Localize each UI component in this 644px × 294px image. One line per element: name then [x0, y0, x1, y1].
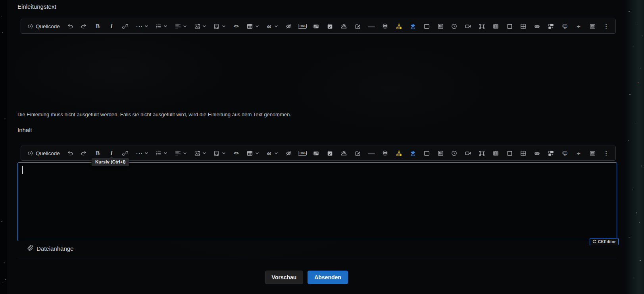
event-button[interactable]: [326, 20, 334, 32]
frame-button[interactable]: [506, 147, 513, 159]
mask-icon: [534, 150, 541, 157]
bulleted-list-icon: [155, 23, 162, 30]
redo-button[interactable]: [80, 20, 88, 32]
kebab-icon: ⋮: [603, 23, 610, 30]
mask-button[interactable]: [533, 20, 541, 32]
template-dropdown[interactable]: [213, 20, 226, 32]
template-dropdown[interactable]: [213, 147, 226, 159]
intro-editor-toolbar: QuellcodeBI⋯<>“HTML—©÷⋮: [21, 19, 616, 34]
insert-image-dropdown[interactable]: [193, 147, 207, 159]
preview-button[interactable]: Vorschau: [265, 271, 303, 284]
overflow-menu-button[interactable]: ⋮: [602, 20, 610, 32]
clock-button[interactable]: [450, 147, 458, 159]
mask-button[interactable]: [533, 147, 541, 159]
users-button[interactable]: [340, 147, 348, 159]
sitemap-icon: [396, 23, 403, 30]
database-button[interactable]: [381, 20, 389, 32]
media-grid-button[interactable]: [547, 20, 555, 32]
vector-nodes-button[interactable]: [478, 20, 486, 32]
divider-button[interactable]: ÷: [575, 20, 582, 32]
undo-button[interactable]: [66, 147, 74, 159]
horizontal-line-button[interactable]: —: [367, 20, 375, 32]
chevron-down-icon: [144, 151, 148, 155]
content-editor-area[interactable]: [17, 162, 617, 241]
insert-image-dropdown[interactable]: [193, 20, 207, 32]
blockquote-dropdown[interactable]: “: [265, 20, 279, 32]
video-button[interactable]: [464, 147, 472, 159]
frame-icon: [506, 150, 513, 157]
clock-button[interactable]: [450, 20, 458, 32]
calendar-check-icon: [327, 23, 334, 30]
html-embed-button[interactable]: HTML: [298, 20, 306, 32]
attachments-toggle[interactable]: Dateianhänge: [26, 244, 73, 252]
users-button[interactable]: [340, 20, 348, 32]
table-icon: [246, 150, 254, 157]
sitemap-button[interactable]: [395, 147, 403, 159]
media-image-button[interactable]: [588, 20, 596, 32]
frame-button[interactable]: [506, 20, 513, 32]
divider-button[interactable]: ÷: [575, 147, 582, 159]
text-caret: [22, 166, 23, 174]
overflow-menu-button[interactable]: ⋮: [602, 147, 610, 159]
compose-button[interactable]: [354, 147, 361, 159]
list-dropdown[interactable]: [154, 20, 168, 32]
columns-icon: [492, 23, 499, 30]
redo-button[interactable]: [80, 147, 88, 159]
media-grid-button[interactable]: [547, 147, 555, 159]
table-dropdown[interactable]: [246, 147, 260, 159]
alignment-dropdown[interactable]: [174, 20, 187, 32]
inline-code-button[interactable]: <>: [232, 147, 240, 159]
html-embed-button[interactable]: HTML: [298, 147, 306, 159]
hidden-text-button[interactable]: [285, 20, 292, 32]
table-dropdown[interactable]: [246, 20, 260, 32]
article-button[interactable]: [436, 147, 444, 159]
source-code-button[interactable]: Quellcode: [26, 20, 60, 32]
inline-code-button[interactable]: <>: [232, 20, 240, 32]
more-formatting-dropdown[interactable]: ⋯: [135, 147, 149, 159]
columns-button[interactable]: [492, 147, 500, 159]
image-box-button[interactable]: [423, 20, 431, 32]
bold-button[interactable]: B: [94, 20, 102, 32]
bold-button[interactable]: B: [94, 147, 102, 159]
blockquote-dropdown[interactable]: “: [265, 147, 279, 159]
compose-button[interactable]: [354, 20, 361, 32]
bold-icon: B: [94, 23, 101, 30]
copyright-button[interactable]: ©: [561, 147, 569, 159]
list-dropdown[interactable]: [154, 147, 168, 159]
image-box-icon: [423, 23, 430, 30]
alignment-dropdown[interactable]: [174, 147, 187, 159]
source-code-button[interactable]: Quellcode: [26, 147, 60, 159]
grid-button[interactable]: [519, 147, 527, 159]
horizontal-line-button[interactable]: —: [367, 147, 375, 159]
italic-tooltip: Kursiv (Ctrl+I): [92, 158, 129, 166]
contact-card-button[interactable]: [312, 147, 320, 159]
italic-button[interactable]: I: [108, 20, 115, 32]
video-button[interactable]: [464, 20, 472, 32]
more-formatting-dropdown[interactable]: ⋯: [135, 20, 149, 32]
media-image-button[interactable]: [588, 147, 596, 159]
event-button[interactable]: [326, 147, 334, 159]
undo-button[interactable]: [66, 20, 74, 32]
intro-help-text: Die Einleitung muss nicht ausgefüllt wer…: [17, 111, 291, 117]
vector-nodes-button[interactable]: [478, 147, 486, 159]
database-icon: [382, 150, 389, 157]
source-code-icon: [27, 23, 34, 30]
image-box-button[interactable]: [423, 147, 431, 159]
database-button[interactable]: [381, 147, 389, 159]
copyright-button[interactable]: ©: [561, 20, 569, 32]
agent-button[interactable]: [409, 20, 417, 32]
article-button[interactable]: [436, 20, 444, 32]
hidden-text-button[interactable]: [285, 147, 292, 159]
intro-editor-area[interactable]: [17, 34, 617, 110]
starfield-right: [625, 0, 644, 294]
columns-button[interactable]: [492, 20, 500, 32]
sitemap-button[interactable]: [395, 20, 403, 32]
ckeditor-badge[interactable]: CKEditor: [590, 238, 619, 245]
submit-button[interactable]: Absenden: [308, 271, 348, 284]
contact-card-button[interactable]: [312, 20, 320, 32]
agent-button[interactable]: [409, 147, 417, 159]
link-button[interactable]: [121, 147, 129, 159]
grid-button[interactable]: [519, 20, 527, 32]
link-button[interactable]: [121, 20, 129, 32]
chevron-down-icon: [183, 24, 187, 28]
